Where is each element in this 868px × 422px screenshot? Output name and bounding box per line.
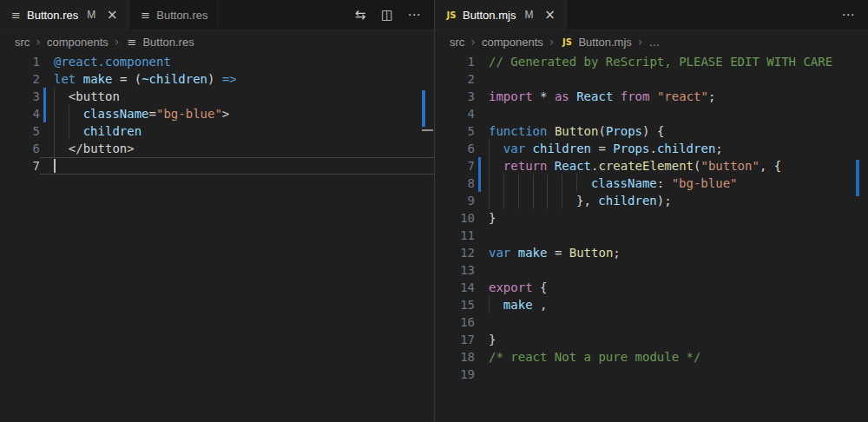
code-line-8[interactable]: 8className: "bg-blue" bbox=[435, 175, 868, 192]
tab-label: Button.res bbox=[27, 9, 78, 22]
js-file-icon: JS bbox=[560, 37, 574, 47]
code-token: Button bbox=[569, 246, 614, 260]
code-token: { bbox=[533, 280, 548, 294]
code-line-14[interactable]: 14export { bbox=[435, 279, 868, 296]
code-token: export bbox=[489, 280, 533, 294]
breadcrumb-item-[interactable]: … bbox=[648, 36, 660, 49]
line-number: 3 bbox=[0, 88, 40, 105]
code-editor-right[interactable]: 1// Generated by ReScript, PLEASE EDIT W… bbox=[435, 53, 868, 422]
code-token bbox=[76, 72, 82, 86]
code-token: children bbox=[83, 124, 141, 138]
breadcrumb-separator-icon: › bbox=[115, 35, 120, 49]
close-icon[interactable]: × bbox=[542, 7, 556, 23]
indent-guide bbox=[503, 175, 518, 192]
tab-button-res[interactable]: ≡Button.res bbox=[129, 0, 218, 30]
code-line-1[interactable]: 1@react.component bbox=[0, 53, 434, 70]
breadcrumb-item-components[interactable]: components bbox=[47, 36, 108, 49]
indent-guide bbox=[576, 175, 591, 192]
breadcrumb-label: Button.res bbox=[142, 36, 194, 49]
close-icon[interactable]: × bbox=[105, 7, 119, 23]
code-line-18[interactable]: 18/* react Not a pure module */ bbox=[435, 348, 868, 366]
code-line-13[interactable]: 13 bbox=[435, 261, 868, 279]
code-line-9[interactable]: 9}, children); bbox=[435, 192, 868, 209]
code-line-6[interactable]: 6var children = Props.children; bbox=[435, 140, 868, 157]
code-line-content bbox=[475, 105, 868, 122]
breadcrumb-separator-icon: › bbox=[470, 35, 476, 49]
more-actions-icon[interactable]: ⋯ bbox=[840, 9, 856, 22]
line-number: 13 bbox=[435, 261, 475, 279]
code-token: createElement bbox=[598, 159, 694, 173]
breadcrumb-item-button-mjs[interactable]: JSButton.mjs bbox=[560, 36, 631, 49]
more-actions-icon[interactable]: ⋯ bbox=[406, 9, 422, 22]
code-line-3[interactable]: 3<button bbox=[0, 88, 434, 105]
code-token: , bbox=[533, 298, 548, 312]
overview-ruler-cursor-marker bbox=[422, 129, 433, 131]
file-icon: ≡ bbox=[139, 9, 152, 22]
code-line-5[interactable]: 5children bbox=[0, 122, 434, 140]
breadcrumb-label: src bbox=[450, 36, 464, 49]
code-line-10[interactable]: 10} bbox=[435, 209, 868, 227]
indent-guide bbox=[489, 157, 503, 175]
code-token: @react.component bbox=[54, 55, 171, 69]
code-line-16[interactable]: 16 bbox=[435, 313, 868, 331]
line-number: 6 bbox=[0, 140, 40, 157]
indent-guide bbox=[54, 122, 69, 140]
tab-bar-left: ≡Button.resM×≡Button.res ⇆◫⋯ bbox=[0, 0, 434, 30]
line-number: 10 bbox=[435, 209, 475, 227]
code-token: , { bbox=[760, 159, 781, 173]
code-token: from bbox=[621, 89, 650, 103]
code-line-19[interactable]: 19 bbox=[435, 366, 868, 383]
tab-button-mjs[interactable]: JSButton.mjsM× bbox=[435, 0, 567, 30]
indent-guide bbox=[533, 192, 548, 209]
indent-guide bbox=[518, 175, 533, 192]
code-line-4[interactable]: 4className="bg-blue"> bbox=[0, 105, 434, 122]
code-line-7[interactable]: 7 bbox=[0, 157, 434, 175]
modified-badge: M bbox=[87, 9, 95, 21]
line-number: 18 bbox=[435, 348, 475, 366]
breadcrumb-item-src[interactable]: src bbox=[450, 36, 464, 49]
indent-guide bbox=[489, 296, 503, 313]
editor-group-right: JSButton.mjsM× ⋯ src›components›JSButton… bbox=[434, 0, 868, 422]
line-number: 6 bbox=[435, 140, 475, 157]
code-line-6[interactable]: 6</button> bbox=[0, 140, 434, 157]
line-number: 7 bbox=[0, 157, 40, 175]
code-line-content bbox=[40, 157, 434, 175]
overview-ruler-modified-marker bbox=[856, 160, 859, 196]
code-line-12[interactable]: 12var make = Button; bbox=[435, 244, 868, 261]
code-token: "react" bbox=[657, 89, 708, 103]
code-line-4[interactable]: 4 bbox=[435, 105, 868, 122]
breadcrumb-item-button-res[interactable]: ≡Button.res bbox=[125, 36, 194, 49]
code-line-content: export { bbox=[475, 279, 868, 296]
code-line-17[interactable]: 17} bbox=[435, 331, 868, 348]
code-token: => bbox=[222, 72, 237, 86]
code-editor-left[interactable]: 1@react.component2let make = (~children)… bbox=[0, 53, 434, 422]
code-line-5[interactable]: 5function Button(Props) { bbox=[435, 122, 868, 140]
indent-guide bbox=[69, 105, 83, 122]
code-line-15[interactable]: 15make , bbox=[435, 296, 868, 313]
line-number: 1 bbox=[435, 53, 475, 70]
split-editor-icon[interactable]: ◫ bbox=[379, 9, 395, 22]
indent-guide bbox=[69, 122, 83, 140]
code-token: children bbox=[533, 142, 591, 155]
code-line-2[interactable]: 2let make = (~children) => bbox=[0, 70, 434, 88]
line-number: 2 bbox=[0, 70, 40, 88]
open-changes-icon[interactable]: ⇆ bbox=[352, 9, 368, 22]
line-number: 14 bbox=[435, 279, 475, 296]
code-token: className bbox=[83, 107, 149, 121]
code-token: ; bbox=[708, 89, 715, 103]
js-file-icon: JS bbox=[444, 10, 458, 20]
code-token: ( bbox=[598, 124, 605, 138]
breadcrumb-item-components[interactable]: components bbox=[482, 36, 543, 49]
code-line-7[interactable]: 7return React.createElement("button", { bbox=[435, 157, 868, 175]
code-line-3[interactable]: 3import * as React from "react"; bbox=[435, 88, 868, 105]
code-line-11[interactable]: 11 bbox=[435, 227, 868, 244]
tab-button-res[interactable]: ≡Button.resM× bbox=[0, 0, 129, 30]
code-line-content: <button bbox=[40, 88, 434, 105]
code-line-content: return React.createElement("button", { bbox=[475, 157, 868, 175]
code-line-2[interactable]: 2 bbox=[435, 70, 868, 88]
code-token: children bbox=[598, 194, 656, 208]
indent-guide bbox=[54, 105, 69, 122]
code-line-content bbox=[475, 366, 868, 383]
breadcrumb-item-src[interactable]: src bbox=[15, 36, 30, 49]
code-line-1[interactable]: 1// Generated by ReScript, PLEASE EDIT W… bbox=[435, 53, 868, 70]
